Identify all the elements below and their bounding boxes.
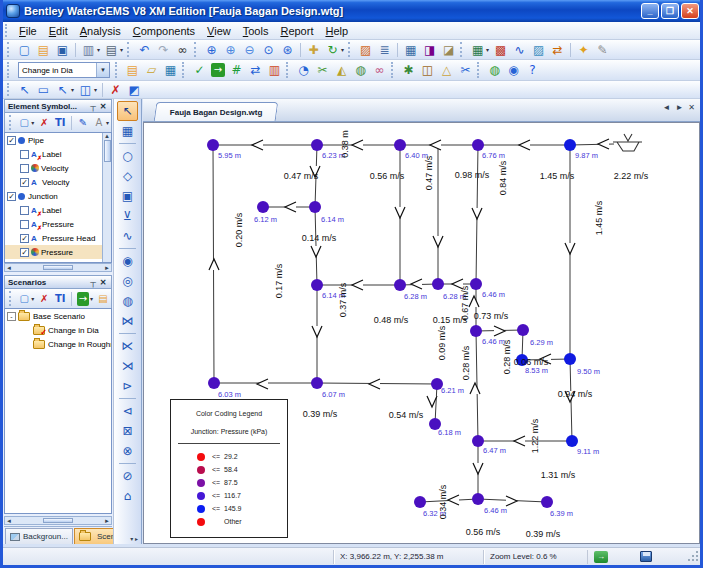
pump-tool[interactable]: ◉ xyxy=(117,251,138,271)
fcv-valve-tool[interactable]: ⊳ xyxy=(117,376,138,396)
annotation-options-dropdown-icon[interactable]: ▾ xyxy=(106,119,109,126)
darwin-designer-button[interactable]: ✂ xyxy=(314,62,331,79)
palette-overflow-buttons[interactable]: ▾ ▸ xyxy=(130,535,141,542)
close-icon[interactable]: ✕ xyxy=(98,102,108,111)
reservoir-tool[interactable]: ⊻ xyxy=(117,206,138,226)
queries-button[interactable]: ◨ xyxy=(421,41,438,58)
toolbar-grip[interactable] xyxy=(127,42,132,57)
redo-button[interactable]: ↷ xyxy=(155,41,172,58)
web-updates-button[interactable]: ◍ xyxy=(486,62,503,79)
undo-button[interactable]: ↶ xyxy=(136,41,153,58)
checkbox[interactable]: ✓ xyxy=(20,178,29,187)
print-button[interactable]: ▤▾ xyxy=(103,41,124,58)
symbology-tree-item-pressure-head[interactable]: ✓APressure Head xyxy=(5,231,111,245)
symbology-tree-item-label[interactable]: A✗Label xyxy=(5,203,111,217)
print-dropdown-icon[interactable]: ▾ xyxy=(120,46,123,53)
checkbox[interactable] xyxy=(20,164,29,173)
validate-button[interactable]: ✓ xyxy=(191,62,208,79)
symbology-tree-item-pressure[interactable]: ✓Pressure xyxy=(5,245,111,259)
junction-node-J13[interactable] xyxy=(517,324,529,336)
junction-node-J1[interactable] xyxy=(207,139,219,151)
menu-help[interactable]: Help xyxy=(319,24,354,38)
graphs-button[interactable]: ∿ xyxy=(511,41,528,58)
checkbox[interactable]: ✓ xyxy=(20,248,29,257)
toolbar-grip[interactable] xyxy=(348,42,353,57)
refresh-drawing-button[interactable]: ↻▾ xyxy=(324,41,345,58)
toolbar-grip[interactable] xyxy=(7,42,12,57)
select-related-dropdown-icon[interactable]: ▾ xyxy=(94,86,97,93)
element-symbology-hscrollbar[interactable]: ◄► xyxy=(4,263,112,272)
calculation-summary-button[interactable]: ▥ xyxy=(266,62,283,79)
bentley-online-button[interactable]: ◉ xyxy=(505,62,522,79)
flextables-button[interactable]: ▦▾ xyxy=(469,41,490,58)
color-coding-button[interactable]: ▩ xyxy=(492,41,509,58)
annotation-options-button[interactable]: A▾ xyxy=(92,115,110,130)
scenarios-title[interactable]: Scenarios ┬ ✕ xyxy=(4,275,112,289)
delete-symbology-button[interactable]: ✗ xyxy=(37,115,51,130)
checkbox[interactable] xyxy=(20,150,29,159)
menu-components[interactable]: Components xyxy=(127,24,201,38)
resize-grip[interactable] xyxy=(686,551,698,563)
zoom-out-button[interactable]: ⊖ xyxy=(241,41,258,58)
symbology-tree-item-pipe[interactable]: ✓Pipe xyxy=(5,133,111,147)
pipe-J18-J19[interactable] xyxy=(435,384,437,424)
toolbar-grip[interactable] xyxy=(391,62,396,78)
isolation-valve-tool[interactable]: ⊗ xyxy=(117,441,138,461)
compute-button[interactable]: → xyxy=(210,62,226,79)
refresh-drawing-dropdown-icon[interactable]: ▾ xyxy=(341,46,344,53)
junction-tool[interactable]: ○ xyxy=(117,146,138,166)
title-bar[interactable]: Bentley WaterGEMS V8 XM Edition [Fauja B… xyxy=(0,0,703,22)
checkbox[interactable] xyxy=(20,206,29,215)
junction-node-J12[interactable] xyxy=(470,325,482,337)
psv-valve-tool[interactable]: ⋉ xyxy=(117,336,138,356)
symbology-tree-item-hydrant[interactable]: ✓AHydrant xyxy=(5,259,111,263)
sync-drawing-button[interactable]: ⇄ xyxy=(549,41,566,58)
tree-vertical-scrollbar[interactable]: ▲ xyxy=(102,133,111,262)
toolbar-grip[interactable] xyxy=(115,62,120,78)
junction-node-J3[interactable] xyxy=(394,139,406,151)
junction-node-J16[interactable] xyxy=(208,377,220,389)
junction-node-J22[interactable] xyxy=(414,496,426,508)
user-notifications-button[interactable]: ◪ xyxy=(440,41,457,58)
select-window-button[interactable]: ▭ xyxy=(35,81,52,98)
junction-node-J6[interactable] xyxy=(257,201,269,213)
pipe-tool[interactable]: ∿ xyxy=(117,226,138,246)
junction-node-J11[interactable] xyxy=(470,278,482,290)
scenario-tree-item-base-scenario[interactable]: -Base Scenario xyxy=(5,309,111,323)
rename-symbology-button[interactable]: TI xyxy=(53,115,67,130)
select-by-element-button[interactable]: ↖ xyxy=(16,81,33,98)
compute-scenario-dropdown-icon[interactable]: ▾ xyxy=(90,295,93,302)
junction-node-J10[interactable] xyxy=(432,278,444,290)
clear-selection-button[interactable]: ✗ xyxy=(107,81,124,98)
tab-scroll-right-icon[interactable]: ► xyxy=(675,103,683,112)
help-button[interactable]: ? xyxy=(524,62,541,79)
spot-elevation-tool[interactable]: ⌂ xyxy=(117,486,138,506)
new-scenario-button[interactable]: ▢▾ xyxy=(17,291,35,306)
junction-node-J5[interactable] xyxy=(564,139,576,151)
web-model-button[interactable]: ◍ xyxy=(352,62,369,79)
hydrant-tool[interactable]: ◇ xyxy=(117,166,138,186)
compute-status-icon[interactable]: → xyxy=(594,551,608,563)
new-file-button[interactable]: ▢ xyxy=(16,41,33,58)
maximize-button[interactable]: ❐ xyxy=(661,3,679,19)
skelebrator-button[interactable]: ✂ xyxy=(457,62,474,79)
toolbar-grip[interactable] xyxy=(9,115,13,130)
junction-node-J21[interactable] xyxy=(566,435,578,447)
junction-node-J17[interactable] xyxy=(311,377,323,389)
scenario-combo-dropdown-icon[interactable]: ▼ xyxy=(96,63,109,77)
menu-tools[interactable]: Tools xyxy=(237,24,275,38)
select-related-button[interactable]: ◫▾ xyxy=(77,81,98,98)
find-button[interactable]: ∞ xyxy=(174,41,191,58)
checkbox[interactable]: ✓ xyxy=(7,262,16,264)
menu-edit[interactable]: Edit xyxy=(43,24,74,38)
zoom-previous-button[interactable]: ⊛ xyxy=(279,41,296,58)
reservoir-symbol[interactable] xyxy=(613,134,642,151)
new-symbology-dropdown-icon[interactable]: ▾ xyxy=(31,119,34,126)
import-export-button[interactable]: ▥▾ xyxy=(80,41,101,58)
toolbar-grip[interactable] xyxy=(286,62,291,78)
new-scenario-dropdown-icon[interactable]: ▾ xyxy=(31,295,34,302)
variable-speed-pump-tool[interactable]: ◍ xyxy=(117,291,138,311)
invert-selection-button[interactable]: ◩ xyxy=(126,81,143,98)
junction-node-J23[interactable] xyxy=(472,493,484,505)
dock-tab-backgroun[interactable]: Backgroun... xyxy=(5,528,73,544)
